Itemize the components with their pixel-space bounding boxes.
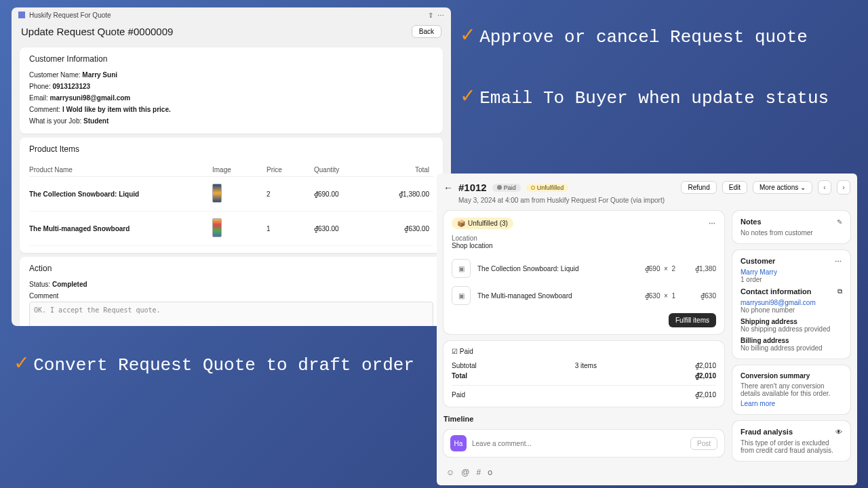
customer-card: Customer⋯ Marry Marry 1 order Contact in… <box>732 250 850 359</box>
status-value: Completed <box>52 281 87 288</box>
fraud-value: This type of order is excluded from cred… <box>741 439 842 454</box>
order-id: #1012 <box>458 182 487 193</box>
product-price: ₫690.00 <box>314 190 375 198</box>
product-name: The Collection Snowboard: Liquid <box>29 190 139 198</box>
col-price: Price <box>267 166 314 174</box>
line-total: ₫630 <box>682 292 716 300</box>
comment-label: Comment: <box>29 106 60 113</box>
card-menu-icon[interactable]: ⋯ <box>709 220 716 227</box>
line-item: ▣ The Multi-managed Snowboard ₫630 × 1 ₫… <box>452 282 716 309</box>
prev-order-button[interactable]: ‹ <box>818 180 831 195</box>
order-panel: ← #1012 Paid Unfulfilled Refund Edit Mor… <box>437 174 857 485</box>
product-thumb-icon: ▣ <box>452 286 471 305</box>
product-items-header: Product Items <box>29 144 433 154</box>
next-order-button[interactable]: › <box>837 180 850 195</box>
product-price: ₫630.00 <box>314 225 375 232</box>
customer-link[interactable]: Marry Marry <box>741 268 842 276</box>
line-price: ₫630 <box>645 292 660 300</box>
col-name: Product Name <box>29 166 212 174</box>
comment-textarea[interactable] <box>29 302 433 326</box>
name-label: Customer Name: <box>29 71 81 79</box>
learn-more-link[interactable]: Learn more <box>741 400 842 407</box>
page-title: Update Request Quote #0000009 <box>21 26 173 37</box>
eye-icon[interactable]: 👁 <box>835 428 842 436</box>
email-label: Email: <box>29 94 48 102</box>
fraud-card: Fraud analysis👁 This type of order is ex… <box>732 421 850 461</box>
customer-phone: No phone number <box>741 306 842 314</box>
fraud-header: Fraud analysis <box>741 428 793 436</box>
avatar: Ha <box>450 435 467 451</box>
paid-header: Paid <box>460 348 473 355</box>
action-card: Action Status: Completed Comment <box>20 257 443 326</box>
comment-input[interactable] <box>472 440 685 447</box>
product-items-card: Product Items Product Name Image Price Q… <box>20 138 443 253</box>
refund-button[interactable]: Refund <box>681 181 716 194</box>
action-header: Action <box>29 264 433 273</box>
line-item: ▣ The Collection Snowboard: Liquid ₫690 … <box>452 255 716 282</box>
billing-header: Billing address <box>741 337 789 344</box>
notes-header: Notes <box>741 218 762 226</box>
line-qty: 2 <box>671 265 675 272</box>
order-subtitle: May 3, 2024 at 4:00 am from Huskify Requ… <box>458 197 850 204</box>
more-actions-button[interactable]: More actions ⌄ <box>753 181 812 194</box>
callout-3: Convert Request Quote to draft order <box>33 352 414 379</box>
product-name: The Multi-managed Snowboard <box>29 225 130 232</box>
comment-row: Ha Post <box>443 430 724 457</box>
emoji-icon[interactable]: ☺ <box>446 468 454 477</box>
line-price: ₫690 <box>645 265 660 272</box>
billing-value: No billing address provided <box>741 344 842 352</box>
phone-label: Phone: <box>29 83 51 90</box>
hash-icon[interactable]: # <box>476 468 481 477</box>
copy-icon[interactable]: ⧉ <box>837 287 842 296</box>
chevron-down-icon: ⌄ <box>800 184 806 191</box>
callout-2: Email To Buyer when update status <box>479 85 829 112</box>
product-total: ₫630.00 <box>375 225 433 232</box>
edit-button[interactable]: Edit <box>722 181 747 194</box>
mention-icon[interactable]: @ <box>461 468 469 477</box>
post-button[interactable]: Post <box>690 437 717 450</box>
col-total: Total <box>375 166 433 174</box>
product-qty: 2 <box>267 190 314 198</box>
conversion-card: Conversion summary There aren't any conv… <box>732 365 850 414</box>
fulfillment-card: 📦 Unfulfilled (3) ⋯ LocationShop locatio… <box>443 211 724 334</box>
customer-header: Customer <box>741 257 775 265</box>
unfulfilled-chip: 📦 Unfulfilled (3) <box>452 218 513 229</box>
menu-icon[interactable]: ⋯ <box>437 12 444 19</box>
timeline-header: Timeline <box>443 415 724 423</box>
customer-phone: 0913123123 <box>52 83 90 90</box>
card-menu-icon[interactable]: ⋯ <box>835 258 842 265</box>
table-row: The Collection Snowboard: Liquid 2 ₫690.… <box>29 177 433 211</box>
customer-info-card: Customer Information Customer Name: Marr… <box>20 47 443 134</box>
app-title: Huskify Request For Quote <box>29 12 111 19</box>
line-total: ₫1,380 <box>682 265 716 272</box>
product-image <box>212 218 222 237</box>
app-icon <box>18 12 25 18</box>
customer-info-header: Customer Information <box>29 54 433 64</box>
back-button[interactable]: Back <box>412 25 441 38</box>
fulfill-items-button[interactable]: Fulfill items <box>669 313 716 327</box>
customer-email-link[interactable]: marrysuni98@gmail.com <box>741 299 842 306</box>
line-name: The Multi-managed Snowboard <box>477 292 638 300</box>
shipping-header: Shipping address <box>741 318 797 325</box>
product-qty: 1 <box>267 225 314 232</box>
location-label: Location <box>452 235 477 242</box>
back-arrow-icon[interactable]: ← <box>443 182 453 193</box>
notes-card: Notes✎ No notes from customer <box>732 211 850 243</box>
subtotal-value: ₫2,010 <box>695 362 716 369</box>
paid-badge: Paid <box>492 184 521 192</box>
status-label: Status: <box>29 281 50 288</box>
comment-header: Comment <box>29 290 433 302</box>
edit-icon[interactable]: ✎ <box>837 218 842 226</box>
product-image <box>212 184 222 203</box>
conversion-header: Conversion summary <box>741 372 810 380</box>
customer-comment: I Wold like by item with this price. <box>62 106 171 113</box>
col-qty: Quantity <box>314 166 375 174</box>
pin-icon[interactable]: ⇪ <box>428 12 433 19</box>
check-icon: ✓ <box>461 23 474 51</box>
check-icon: ✓ <box>461 84 474 112</box>
customer-orders: 1 order <box>741 276 842 283</box>
attach-icon[interactable]: 𝗈 <box>488 468 492 477</box>
callout-1: Approve or cancel Request quote <box>479 24 808 51</box>
shipping-value: No shipping address provided <box>741 325 842 333</box>
line-name: The Collection Snowboard: Liquid <box>477 265 638 272</box>
